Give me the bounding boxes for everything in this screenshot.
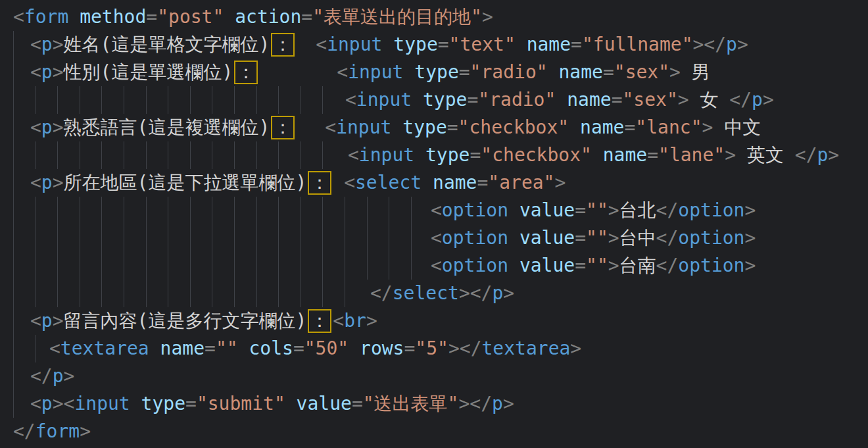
token-punctuation: > <box>503 282 514 304</box>
token-punctuation: < <box>345 89 356 111</box>
token-attribute: name <box>433 172 477 193</box>
token-punctuation: </ <box>470 393 492 414</box>
token-attribute: type <box>402 116 446 138</box>
token-tag: p <box>41 172 53 193</box>
indent-guides <box>13 169 14 197</box>
token-string: "" <box>586 255 608 276</box>
token-punctuation: </ <box>656 255 679 276</box>
indent-whitespace <box>13 78 30 78</box>
indent-guides <box>13 59 14 86</box>
token-text <box>569 116 580 138</box>
code-editor[interactable]: <form method="post" action="表單送出的目的地"><p… <box>0 0 868 447</box>
token-text <box>149 337 160 359</box>
token-attribute: type <box>414 61 458 83</box>
token-punctuation: </ <box>370 282 393 304</box>
token-punctuation: < <box>30 116 41 138</box>
indent-guides <box>13 114 14 141</box>
indent-whitespace <box>13 133 30 134</box>
token-punctuation: > <box>702 116 713 138</box>
token-punctuation: = <box>647 144 658 166</box>
token-string: "表單送出的目的地" <box>312 6 482 28</box>
token-text <box>349 337 360 359</box>
token-attribute: name <box>567 89 611 111</box>
token-text: 所在地區(這是下拉選單欄位) <box>64 172 307 193</box>
token-punctuation: = <box>612 89 623 111</box>
token-punctuation: < <box>30 61 41 83</box>
indent-whitespace <box>13 161 348 161</box>
token-text <box>130 393 141 414</box>
tab-whitespace <box>259 78 337 78</box>
indent-guides <box>13 31 14 59</box>
code-line-13: <textarea name="" cols="50" rows="5"></t… <box>13 335 868 362</box>
token-string: "radio" <box>470 61 548 83</box>
token-string: "sex" <box>622 89 677 111</box>
token-string: "area" <box>488 172 554 193</box>
indent-guides <box>13 362 14 390</box>
code-line-5: <p>熟悉語言(這是複選欄位)：<input type="checkbox" n… <box>13 114 868 141</box>
token-punctuation: > <box>744 199 756 221</box>
unicode-highlight-colon: ： <box>234 61 258 84</box>
code-line-6: <input type="checkbox" name="lane"> 英文 <… <box>13 141 868 169</box>
indent-guides <box>13 141 337 169</box>
token-punctuation: = <box>467 89 478 111</box>
token-punctuation: = <box>352 393 363 414</box>
token-punctuation: > <box>482 6 493 28</box>
token-text: 留言內容(這是多行文字欄位) <box>64 310 307 332</box>
token-tag: p <box>752 89 763 111</box>
token-attribute: type <box>393 34 437 55</box>
token-punctuation: < <box>325 116 336 138</box>
token-punctuation: < <box>337 61 348 83</box>
token-punctuation: < <box>333 310 344 332</box>
token-punctuation: > <box>53 393 64 414</box>
indent-guides <box>13 197 423 224</box>
token-text <box>382 34 393 55</box>
indent-whitespace <box>13 354 49 355</box>
token-tag: input <box>336 116 391 138</box>
token-string: "fullname" <box>582 34 693 55</box>
token-tag: p <box>41 393 53 414</box>
token-punctuation: = <box>624 116 635 138</box>
indent-whitespace <box>13 105 345 106</box>
token-tag: option <box>678 199 744 221</box>
token-punctuation: > <box>725 144 736 166</box>
token-punctuation: < <box>30 310 41 332</box>
token-tag: input <box>74 393 130 414</box>
token-punctuation: </ <box>470 282 493 304</box>
token-attribute: value <box>519 199 575 221</box>
token-string: "submit" <box>197 393 285 414</box>
token-attribute: name <box>580 116 624 138</box>
token-string: "" <box>216 337 238 359</box>
token-tag: p <box>492 393 503 414</box>
token-tag: option <box>442 255 508 276</box>
indent-guides <box>13 390 14 418</box>
token-punctuation: </ <box>656 227 679 249</box>
token-punctuation: > <box>458 393 470 414</box>
token-punctuation: > <box>53 116 64 138</box>
token-punctuation: > <box>53 172 64 193</box>
token-text <box>516 34 527 55</box>
token-text: 熟悉語言(這是複選欄位) <box>64 116 270 138</box>
code-line-14: </p> <box>13 362 868 390</box>
code-line-7: <p>所在地區(這是下拉選單欄位)： <select name="area"> <box>13 169 868 197</box>
token-punctuation: > <box>64 365 75 387</box>
token-attribute: value <box>519 227 575 249</box>
token-tag: br <box>344 310 366 332</box>
token-punctuation: > <box>669 61 681 83</box>
token-tag: input <box>359 144 414 166</box>
token-punctuation: = <box>575 227 586 249</box>
token-punctuation: = <box>575 199 586 221</box>
indent-whitespace <box>13 271 431 272</box>
code-line-2: <p>姓名(這是單格文字欄位)：<input type="text" name=… <box>13 31 868 59</box>
token-punctuation: > <box>503 393 514 414</box>
token-punctuation: < <box>30 34 41 55</box>
code-line-11: </select></p> <box>13 280 868 307</box>
token-punctuation: < <box>30 172 41 193</box>
unicode-highlight-colon: ： <box>308 309 331 333</box>
token-punctuation: > <box>744 255 756 276</box>
token-attribute: rows <box>360 337 404 359</box>
indent-guides <box>13 224 423 252</box>
token-tag: form <box>36 420 80 442</box>
token-tag: textarea <box>60 337 149 359</box>
token-text <box>508 199 519 221</box>
token-punctuation: < <box>49 337 60 359</box>
